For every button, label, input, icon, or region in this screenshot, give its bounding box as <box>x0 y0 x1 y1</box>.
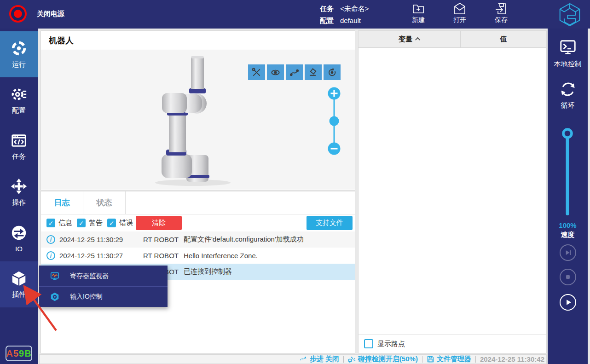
save-task-button[interactable]: 保存 <box>487 2 515 24</box>
log-source: RT ROBOT <box>143 252 184 260</box>
new-task-label: 新建 <box>412 16 425 24</box>
column-label: 变量 <box>399 35 412 44</box>
power-off-button[interactable]: 关闭电源 <box>9 5 64 23</box>
log-time: 2024-12-25 11:30:27 <box>59 252 143 260</box>
config-label: 配置 <box>320 15 334 27</box>
step-forward-icon <box>563 248 573 257</box>
badge-letter: A <box>6 348 13 359</box>
menu-item-label: 输入IO控制 <box>70 293 103 301</box>
show-waypoints-label: 显示路点 <box>377 340 405 348</box>
filter-info-checkbox[interactable]: ✓ 信息 <box>46 219 72 227</box>
speed-slider[interactable] <box>560 128 575 218</box>
menu-item-input-io-control[interactable]: 输入IO控制 <box>39 286 168 307</box>
file-manager-icon <box>427 355 434 363</box>
variables-table-header: 变量 值 <box>359 31 546 48</box>
trajectory-button[interactable] <box>286 64 303 80</box>
zoom-control <box>326 87 342 157</box>
visibility-button[interactable] <box>267 64 284 80</box>
loop-button[interactable]: 循环 <box>548 80 588 110</box>
local-control-button[interactable]: 本地控制 <box>548 39 588 69</box>
play-button[interactable] <box>560 294 576 311</box>
tools-button[interactable] <box>248 64 265 80</box>
sidebar-item-label: 操作 <box>12 198 26 207</box>
zoom-out-button[interactable] <box>328 143 341 155</box>
log-row[interactable]: i 2024-12-25 11:30:27 RT ROBOT Hello Int… <box>41 248 355 264</box>
info-icon: i <box>46 235 55 244</box>
tab-log[interactable]: 日志 <box>41 191 83 214</box>
zoom-slider-thumb[interactable] <box>330 116 339 126</box>
eraser-icon <box>308 67 318 78</box>
checkbox-checked-icon: ✓ <box>107 219 116 227</box>
log-message: 配置文件'default.configuration'加载成功 <box>184 235 355 244</box>
badge-letter: 5 <box>13 348 19 359</box>
local-control-terminal-icon <box>558 39 578 57</box>
scrollbar-track[interactable] <box>588 29 590 364</box>
sidebar-item-label: 插件 <box>12 290 26 299</box>
log-source: RT ROBOT <box>143 236 184 243</box>
collision-detection-status[interactable]: 碰撞检测开启(50%) <box>348 355 418 364</box>
step-mode-status[interactable]: 步进 关闭 <box>300 355 339 364</box>
file-manager-button[interactable]: 文件管理器 <box>427 355 471 364</box>
top-header: 关闭电源 任务 <未命名> 配置 default 新建 打开 保存 <box>0 0 590 29</box>
config-name-value: default <box>340 15 361 27</box>
sidebar-item-io[interactable]: IO <box>0 215 38 261</box>
badge-letter: B <box>24 348 31 359</box>
checkbox-checked-icon: ✓ <box>77 219 86 227</box>
collision-detection-label: 碰撞检测开启(50%) <box>358 355 418 364</box>
log-row[interactable]: i 2024-12-25 11:30:29 RT ROBOT 配置文件'defa… <box>41 231 355 248</box>
left-sidebar: 运行 配置 任务 操作 IO 插件 A 5 9 B <box>0 29 38 364</box>
save-task-label: 保存 <box>495 16 508 24</box>
sidebar-item-task[interactable]: 任务 <box>0 123 38 169</box>
loop-icon <box>558 80 578 98</box>
step-mode-icon <box>300 355 307 363</box>
open-task-button[interactable]: 打开 <box>445 2 474 24</box>
eraser-button[interactable] <box>305 64 322 80</box>
sidebar-item-jog[interactable]: 操作 <box>0 169 38 215</box>
support-file-button[interactable]: 支持文件 <box>307 216 353 230</box>
speed-slider-thumb[interactable] <box>563 129 572 138</box>
new-task-button[interactable]: 新建 <box>404 2 433 24</box>
status-separator <box>343 356 344 363</box>
menu-item-register-monitor[interactable]: 寄存器监视器 <box>39 266 168 286</box>
zoom-in-button[interactable] <box>328 87 341 100</box>
log-filter-row: ✓ 信息 ✓ 警告 ✓ 错误 清除 支持文件 <box>41 214 355 231</box>
new-task-icon <box>411 2 425 16</box>
column-header-variable[interactable]: 变量 <box>359 31 461 47</box>
robot-panel: 机器人 <box>40 30 355 191</box>
filter-warning-checkbox[interactable]: ✓ 警告 <box>77 219 103 227</box>
speed-label: 速度 <box>548 230 588 239</box>
sidebar-item-label: IO <box>15 245 23 253</box>
view-toolbar <box>248 64 341 80</box>
column-header-value[interactable]: 值 <box>461 31 546 47</box>
local-control-label: 本地控制 <box>554 60 582 69</box>
task-name-value: <未命名> <box>340 3 369 15</box>
jog-arrows-icon <box>10 178 28 195</box>
filter-error-checkbox[interactable]: ✓ 错误 <box>107 219 133 227</box>
run-icon <box>10 40 28 57</box>
input-io-control-icon <box>50 292 60 302</box>
menu-item-label: 寄存器监视器 <box>70 272 109 280</box>
register-monitor-icon <box>50 271 60 281</box>
variables-panel: 变量 值 显示路点 <box>358 30 547 353</box>
sidebar-item-config[interactable]: 配置 <box>0 77 38 123</box>
brand-cube-logo <box>557 2 583 28</box>
open-task-label: 打开 <box>453 16 466 24</box>
step-forward-button[interactable] <box>560 244 576 261</box>
reset-view-button[interactable] <box>324 64 341 80</box>
show-waypoints-checkbox[interactable] <box>364 339 373 348</box>
task-code-icon <box>10 132 28 149</box>
stop-icon <box>563 272 573 282</box>
checkbox-checked-icon: ✓ <box>46 219 55 227</box>
loop-label: 循环 <box>561 101 575 110</box>
sidebar-item-run[interactable]: 运行 <box>0 31 38 77</box>
clear-log-button[interactable]: 清除 <box>136 216 182 230</box>
right-control-sidebar: 本地控制 循环 100% 速度 <box>548 29 588 364</box>
task-config-info: 任务 <未命名> 配置 default <box>320 3 369 27</box>
step-mode-label: 步进 关闭 <box>310 355 339 364</box>
tab-status[interactable]: 状态 <box>83 191 126 214</box>
open-task-icon <box>453 2 467 16</box>
robot-3d-view[interactable] <box>41 50 355 190</box>
stop-button[interactable] <box>560 269 576 285</box>
visibility-eye-icon <box>270 67 281 78</box>
sidebar-item-plugin[interactable]: 插件 <box>0 261 38 307</box>
